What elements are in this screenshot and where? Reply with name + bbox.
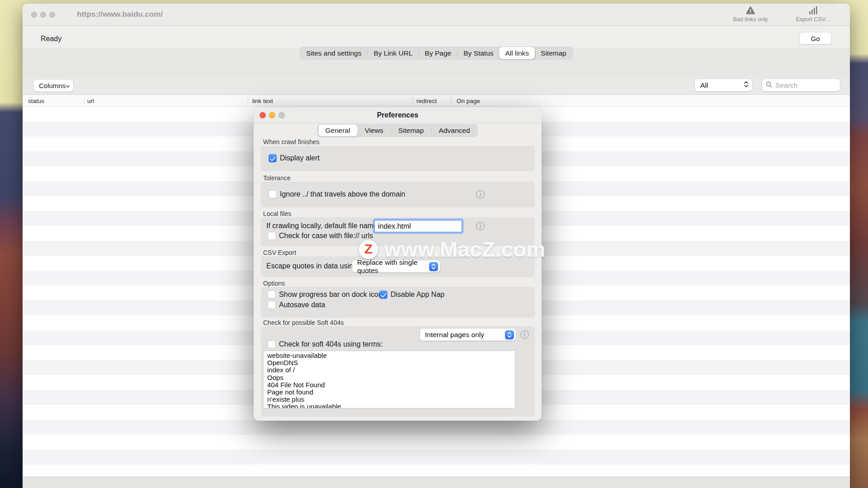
info-icon[interactable] [476,190,485,199]
status-text: Ready [41,35,61,43]
term-line: index of / [267,366,511,374]
show-progress-label: Show progress bar on dock icon [279,291,382,299]
window-titlebar: https://www.baidu.com/ Bad links only [23,4,850,26]
url-field[interactable]: https://www.baidu.com/ [77,10,163,19]
window-toolbar: Bad links only Export CSV... [727,5,836,23]
table-header: status url link text redirect On page [23,94,850,107]
ignore-updir-checkbox[interactable] [269,190,277,198]
tab-by-page[interactable]: By Page [419,47,458,59]
soft-404-scope-popup[interactable]: Internal pages only [420,328,516,341]
column-divider[interactable] [451,97,452,104]
soft-404-terms-textarea[interactable]: website-unavailable OpenDNS index of / O… [263,351,515,408]
section-csv-export: CSV Export [263,249,296,256]
section-when-crawl-finishes: When crawl finishes [263,138,320,145]
bar-chart-icon [807,5,818,16]
export-csv-label: Export CSV... [796,16,830,23]
search-icon [766,81,772,89]
export-csv-button[interactable]: Export CSV... [789,5,836,23]
macz-logo-icon: Z [359,240,378,259]
tab-sitemap[interactable]: Sitemap [535,47,572,59]
macz-watermark-text: www.MacZ.com [384,237,546,262]
tab-all-links[interactable]: All links [500,47,535,59]
show-progress-checkbox[interactable] [268,291,276,299]
section-soft-404: Check for possible Soft 404s [263,319,344,326]
disable-app-nap-label: Disable App Nap [391,291,444,299]
soft-404-terms-checkbox[interactable] [268,340,276,348]
minimize-button[interactable] [40,12,46,18]
column-header-on-page[interactable]: On page [457,97,480,104]
term-line: 404 File Not Found [267,381,511,389]
column-header-link-text[interactable]: link text [252,97,273,104]
escape-quotes-popup[interactable]: Replace with single quotes [352,260,440,272]
disable-app-nap-checkbox[interactable] [379,291,387,299]
filter-dropdown[interactable]: All [695,79,752,91]
prefs-tab-general[interactable]: General [318,125,357,136]
term-line: OpenDNS [267,359,511,366]
bad-links-only-label: Bad links only [733,16,768,23]
zoom-button[interactable] [49,12,55,18]
dialog-minimize-button[interactable] [269,112,275,118]
columns-dropdown[interactable]: Columns [33,80,73,92]
close-button[interactable] [31,12,37,18]
escape-quotes-label: Escape quotes in data using: [266,262,359,270]
prefs-tab-views[interactable]: Views [358,125,391,136]
term-line: Oops [267,374,511,381]
ignore-updir-label: Ignore ../ that travels above the domain [280,190,406,198]
default-file-name-input[interactable] [374,220,462,232]
preferences-dialog: Preferences General Views Sitemap Advanc… [254,107,542,421]
popup-chevrons-icon [429,262,438,271]
term-line: Page not found [267,389,511,396]
tab-by-status[interactable]: By Status [458,47,499,59]
term-line: This video is unavailable [267,403,511,408]
prefs-tab-sitemap[interactable]: Sitemap [391,125,431,136]
display-alert-label: Display alert [280,154,320,162]
term-line: website-unavailable [267,352,511,359]
popup-chevrons-icon [505,330,514,339]
filter-dropdown-value: All [700,81,708,89]
term-line: n'existe plus [267,396,511,403]
display-alert-checkbox[interactable] [269,154,277,162]
columns-dropdown-label: Columns [39,82,66,89]
dialog-zoom-button[interactable] [278,112,285,118]
prefs-tab-advanced[interactable]: Advanced [432,125,477,136]
status-band [23,26,850,48]
info-icon[interactable] [476,222,485,230]
view-tabs: Sites and settings By Link URL By Page B… [300,47,573,60]
traffic-lights [23,12,55,18]
column-header-status[interactable]: status [28,97,44,104]
chevron-down-icon [66,82,70,89]
go-button[interactable]: Go [800,33,831,44]
up-down-chevrons-icon [744,81,749,89]
tab-by-link-url[interactable]: By Link URL [368,47,418,59]
column-divider[interactable] [248,97,248,104]
search-input[interactable] [774,81,836,90]
search-field[interactable] [762,79,840,91]
info-icon[interactable] [520,330,529,339]
column-header-redirect[interactable]: redirect [416,97,437,104]
bad-links-only-button[interactable]: Bad links only [727,5,774,23]
autosave-data-checkbox[interactable] [268,301,276,309]
check-case-checkbox[interactable] [268,232,276,240]
soft-404-terms-label: Check for soft 404s using terms: [279,340,382,348]
section-tolerance: Tolerance [263,174,291,182]
column-divider[interactable] [412,97,413,104]
warning-triangle-icon [745,5,756,16]
column-divider[interactable] [84,97,85,104]
section-local-files: Local files [263,210,291,217]
section-options: Options [263,280,285,287]
tab-sites-and-settings[interactable]: Sites and settings [300,47,367,59]
soft-404-scope-value: Internal pages only [425,331,484,339]
dialog-close-button[interactable] [259,112,266,118]
dialog-traffic-lights [254,112,285,118]
window-bottom-bar [23,477,850,488]
preferences-titlebar [254,107,542,123]
column-header-url[interactable]: url [87,97,94,104]
autosave-data-label: Autosave data [279,301,325,309]
default-file-name-label: If crawling locally, default file name: [266,222,379,230]
preferences-tabs: General Views Sitemap Advanced [317,124,477,137]
macz-watermark: Z www.MacZ.com [359,237,546,262]
